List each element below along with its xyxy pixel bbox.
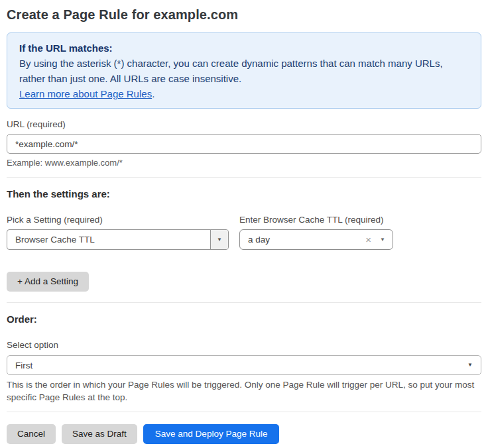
pick-setting-dropdown[interactable]: Browser Cache TTL ▼ [7,229,229,250]
info-banner-heading: If the URL matches: [19,40,469,56]
order-select[interactable]: First ▼ [7,355,481,375]
url-field-label: URL (required) [7,119,481,130]
chevron-down-icon: ▼ [380,237,385,243]
url-example-helper: Example: www.example.com/* [7,158,481,168]
pick-setting-caret-button[interactable]: ▼ [210,230,228,249]
order-helper-text: This is the order in which your Page Rul… [7,378,481,404]
order-section-heading: Order: [7,313,481,325]
save-and-deploy-button[interactable]: Save and Deploy Page Rule [143,424,280,444]
page-title: Create a Page Rule for example.com [7,5,481,24]
info-banner-link-line: Learn more about Page Rules. [19,86,469,101]
footer-actions: Cancel Save as Draft Save and Deploy Pag… [7,424,481,444]
settings-row: Browser Cache TTL ▼ a day × ▼ [7,229,481,250]
browser-cache-ttl-label: Enter Browser Cache TTL (required) [239,215,384,225]
divider [7,177,481,178]
link-period: . [152,88,154,99]
order-select-label: Select option [7,340,481,351]
chevron-down-icon: ▼ [467,363,473,368]
order-select-value: First [7,361,467,370]
url-input[interactable] [7,134,481,154]
url-match-info-banner: If the URL matches: By using the asteris… [7,32,481,109]
cancel-button[interactable]: Cancel [7,424,56,444]
info-banner-body: By using the asterisk (*) character, you… [19,56,469,86]
divider [7,302,481,303]
learn-more-link[interactable]: Learn more about Page Rules [19,88,152,99]
pick-setting-label: Pick a Setting (required) [7,215,239,225]
settings-labels-row: Pick a Setting (required) Enter Browser … [7,215,481,225]
chevron-down-icon: ▼ [217,237,222,243]
browser-cache-ttl-value: a day [240,235,365,245]
clear-icon[interactable]: × [365,235,371,245]
pick-setting-value: Browser Cache TTL [7,235,210,245]
add-setting-button[interactable]: + Add a Setting [7,272,89,292]
save-as-draft-button[interactable]: Save as Draft [62,424,137,444]
divider [7,412,481,412]
settings-section-heading: Then the settings are: [7,188,481,200]
browser-cache-ttl-dropdown[interactable]: a day × ▼ [239,229,393,250]
